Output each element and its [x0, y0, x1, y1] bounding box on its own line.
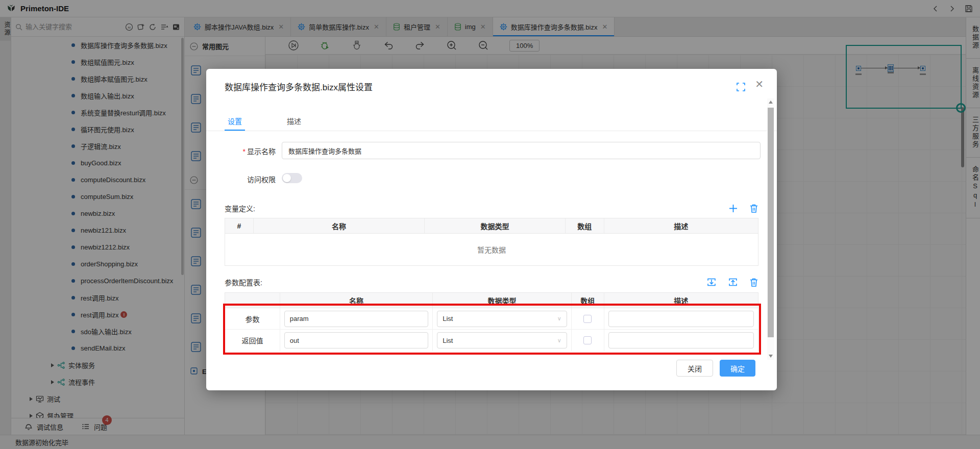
param-description-input[interactable] — [608, 332, 754, 348]
param-array-cell — [572, 308, 604, 329]
dialog-tabs: 设置 描述 — [225, 114, 304, 131]
var-def-section-head: 变量定义: — [225, 202, 758, 215]
access-toggle[interactable] — [282, 173, 302, 183]
properties-dialog: 数据库操作查询多条数据.bizx属性设置 ✕ 设置 描述 *显示名称 访问权限 … — [206, 69, 777, 390]
import-params-icon[interactable] — [706, 277, 717, 287]
param-desc-cell — [604, 330, 758, 351]
column-header: 名称 — [254, 218, 425, 233]
display-name-label: *显示名称 — [206, 146, 276, 156]
params-section-head: 参数配置表: — [225, 276, 758, 289]
export-params-icon[interactable] — [728, 277, 738, 287]
column-header: 名称 — [280, 293, 433, 308]
tab-description[interactable]: 描述 — [284, 114, 304, 131]
param-array-cell — [572, 330, 604, 351]
param-row: 返回值List∨ — [225, 330, 758, 351]
tab-settings[interactable]: 设置 — [225, 114, 245, 131]
dialog-scrollbar[interactable] — [767, 98, 774, 360]
display-name-input[interactable] — [282, 142, 761, 159]
column-header: 描述 — [604, 218, 758, 233]
access-label: 访问权限 — [206, 174, 276, 184]
scroll-down-icon[interactable] — [767, 353, 774, 360]
var-def-empty: 暂无数据 — [225, 234, 758, 265]
param-type-cell: List∨ — [433, 308, 571, 329]
close-button[interactable]: 关闭 — [676, 360, 713, 377]
param-name-cell — [280, 308, 433, 329]
scroll-up-icon[interactable] — [767, 98, 774, 106]
param-row-label: 参数 — [245, 314, 259, 324]
dialog-scrollbar-thumb[interactable] — [768, 108, 774, 337]
param-row: 参数List∨ — [225, 308, 758, 330]
column-header: 数据类型 — [433, 293, 571, 308]
param-row-type-cell: 返回值 — [225, 330, 280, 351]
column-header: 数组 — [566, 218, 604, 233]
param-name-cell — [280, 330, 433, 351]
column-header: 描述 — [604, 293, 758, 308]
datatype-value: List — [443, 315, 453, 322]
array-checkbox[interactable] — [583, 315, 592, 323]
add-variable-icon[interactable] — [728, 204, 738, 213]
chevron-down-icon: ∨ — [557, 337, 561, 344]
required-asterisk: * — [243, 147, 246, 156]
close-icon[interactable]: ✕ — [755, 79, 764, 89]
param-type-cell: List∨ — [433, 330, 571, 351]
param-name-input[interactable] — [284, 311, 428, 327]
column-header: 数组 — [572, 293, 604, 308]
chevron-down-icon: ∨ — [557, 315, 561, 322]
delete-variable-icon[interactable] — [749, 204, 758, 213]
array-checkbox[interactable] — [583, 336, 592, 344]
param-description-input[interactable] — [608, 311, 754, 327]
datatype-value: List — [443, 337, 453, 344]
fullscreen-icon[interactable] — [737, 83, 745, 91]
param-name-input[interactable] — [284, 332, 428, 348]
column-header: # — [225, 218, 254, 233]
param-row-label: 返回值 — [241, 335, 263, 345]
param-desc-cell — [604, 308, 758, 329]
dialog-title: 数据库操作查询多条数据.bizx属性设置 — [225, 80, 373, 93]
datatype-select[interactable]: List∨ — [437, 332, 567, 348]
param-row-type-cell: 参数 — [225, 308, 280, 329]
delete-params-icon[interactable] — [749, 278, 758, 287]
column-header: 数据类型 — [425, 218, 565, 233]
params-label: 参数配置表: — [225, 277, 262, 287]
datatype-select[interactable]: List∨ — [437, 311, 567, 327]
params-table: 名称数据类型数组描述 参数List∨返回值List∨ — [225, 292, 758, 351]
var-def-label: 变量定义: — [225, 203, 255, 213]
ok-button[interactable]: 确定 — [720, 360, 755, 377]
var-def-table: #名称数据类型数组描述 暂无数据 — [225, 218, 758, 266]
column-header — [225, 293, 280, 308]
